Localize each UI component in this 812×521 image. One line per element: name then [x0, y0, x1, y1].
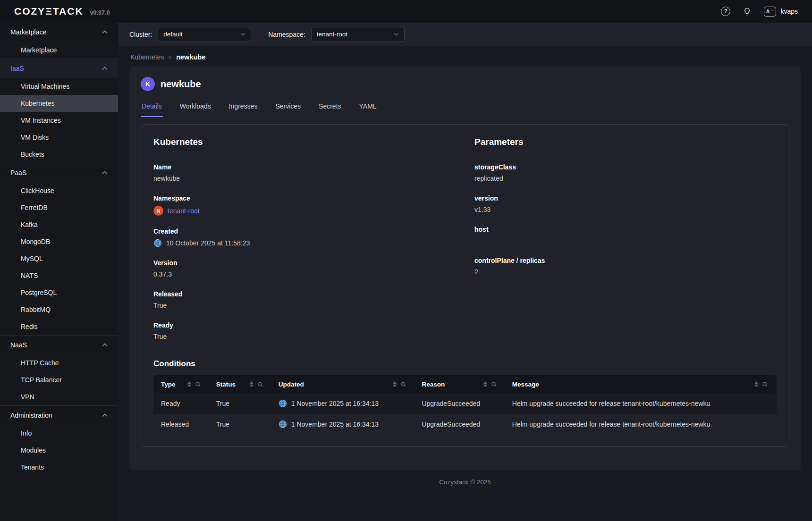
condition-row: Released True 1 November 2025 at 16:34:1…	[153, 414, 777, 435]
lightbulb-icon	[743, 7, 752, 16]
column-header-message[interactable]: Message	[506, 375, 777, 393]
sidebar-section-administration[interactable]: Administration	[0, 406, 118, 425]
chevron-down-icon	[240, 33, 245, 36]
cell-reason: UpgradeSucceeded	[415, 414, 505, 435]
app-logo[interactable]: COZYΞTACK	[14, 6, 84, 17]
namespace-select[interactable]: tenant-root	[311, 27, 405, 42]
divider	[0, 476, 118, 476]
sidebar-item-mongodb[interactable]: MongoDB	[0, 233, 118, 250]
sidebar-item-mysql[interactable]: MySQL	[0, 250, 118, 267]
cluster-select[interactable]: default	[158, 27, 251, 42]
breadcrumb: Kubernetes > newkube	[118, 46, 812, 61]
sidebar-item-rabbitmq[interactable]: RabbitMQ	[0, 301, 118, 318]
field-control-plane-replicas: controlPlane / replicas 2	[474, 257, 777, 276]
sidebar-item-vpn[interactable]: VPN	[0, 388, 118, 405]
sidebar: Marketplace Marketplace IaaS Virtual Mac…	[0, 23, 118, 521]
cell-status: True	[210, 414, 272, 435]
cell-type: Released	[153, 414, 210, 435]
sidebar-item-clickhouse[interactable]: ClickHouse	[0, 182, 118, 199]
sidebar-item-tcp-balancer[interactable]: TCP Balancer	[0, 371, 118, 388]
column-header-updated[interactable]: Updated	[272, 375, 415, 393]
namespace-link[interactable]: tenant-root	[168, 207, 200, 215]
tab-ingresses[interactable]: Ingresses	[228, 99, 259, 117]
sidebar-item-ferretdb[interactable]: FerretDB	[0, 199, 118, 216]
chevron-down-icon	[394, 33, 399, 36]
condition-row: Ready True 1 November 2025 at 16:34:13	[153, 393, 777, 414]
sidebar-item-http-cache[interactable]: HTTP Cache	[0, 354, 118, 371]
resource-avatar: K	[141, 77, 155, 91]
column-header-reason[interactable]: Reason	[415, 375, 505, 393]
conditions-table: Type Status	[153, 375, 777, 435]
resource-card: K newkube Details Workloads Ingresses Se…	[129, 67, 801, 471]
sidebar-item-redis[interactable]: Redis	[0, 318, 118, 335]
chevron-up-icon	[102, 67, 108, 70]
tab-workloads[interactable]: Workloads	[179, 99, 212, 117]
breadcrumb-parent[interactable]: Kubernetes	[130, 53, 164, 61]
cell-updated: 1 November 2025 at 16:34:13	[272, 414, 415, 435]
chevron-up-icon	[102, 30, 108, 34]
sidebar-item-tenants[interactable]: Tenants	[0, 459, 118, 476]
help-button[interactable]: ?	[721, 7, 730, 16]
sidebar-section-paas[interactable]: PaaS	[0, 163, 118, 182]
sidebar-item-vm-disks[interactable]: VM Disks	[0, 129, 118, 146]
tab-yaml[interactable]: YAML	[358, 99, 378, 117]
column-header-status[interactable]: Status	[210, 375, 272, 393]
app-root: COZYΞTACK v0.37.0 ? A kvaps	[0, 0, 812, 521]
sort-icon[interactable]	[393, 381, 397, 387]
tab-services[interactable]: Services	[274, 99, 302, 117]
app-header: COZYΞTACK v0.37.0 ? A kvaps	[0, 0, 812, 23]
sidebar-item-postgresql[interactable]: PostgreSQL	[0, 284, 118, 301]
details-panel: Kubernetes Name newkube Namespace N tena…	[141, 124, 789, 447]
sidebar-section-iaas[interactable]: IaaS	[0, 59, 118, 78]
language-icon: A	[764, 7, 776, 17]
field-released: Released True	[153, 290, 456, 310]
sidebar-item-vm-instances[interactable]: VM Instances	[0, 112, 118, 129]
sidebar-item-buckets[interactable]: Buckets	[0, 146, 118, 163]
section-label: PaaS	[10, 169, 26, 176]
sort-icon[interactable]	[754, 381, 758, 387]
section-label: NaaS	[10, 341, 27, 349]
sidebar-item-nats[interactable]: NATS	[0, 267, 118, 284]
sidebar-item-virtual-machines[interactable]: Virtual Machines	[0, 78, 118, 95]
search-icon[interactable]	[400, 381, 406, 387]
sidebar-item-marketplace[interactable]: Marketplace	[0, 42, 118, 59]
field-ready: Ready True	[153, 321, 456, 341]
sort-icon[interactable]	[187, 381, 191, 387]
column-header-type[interactable]: Type	[153, 375, 210, 393]
breadcrumb-separator: >	[169, 54, 172, 61]
search-icon[interactable]	[195, 381, 201, 387]
sort-icon[interactable]	[483, 381, 487, 387]
sidebar-item-modules[interactable]: Modules	[0, 442, 118, 459]
tab-secrets[interactable]: Secrets	[318, 99, 342, 117]
logo-group: COZYΞTACK v0.37.0	[14, 6, 110, 17]
search-icon[interactable]	[257, 381, 263, 387]
kubernetes-column: Kubernetes Name newkube Namespace N tena…	[153, 137, 456, 353]
footer: Cozystack © 2025	[118, 471, 812, 490]
sort-icon[interactable]	[250, 381, 254, 387]
user-menu[interactable]: A kvaps	[764, 7, 798, 17]
username: kvaps	[780, 8, 798, 15]
chevron-up-icon	[102, 343, 108, 347]
section-label: Administration	[10, 412, 52, 419]
sidebar-section-marketplace[interactable]: Marketplace	[0, 23, 118, 42]
section-label: IaaS	[10, 65, 24, 72]
sidebar-item-info[interactable]: Info	[0, 425, 118, 442]
globe-icon	[279, 399, 287, 408]
breadcrumb-current: newkube	[176, 53, 205, 61]
cell-message: Helm upgrade succeeded for release tenan…	[506, 393, 777, 414]
cell-reason: UpgradeSucceeded	[415, 393, 505, 414]
search-icon[interactable]	[491, 381, 497, 387]
field-storage-class: storageClass replicated	[474, 163, 777, 183]
sidebar-section-naas[interactable]: NaaS	[0, 336, 118, 354]
theme-toggle-button[interactable]	[743, 7, 752, 16]
globe-icon	[153, 239, 162, 247]
parameters-heading: Parameters	[474, 137, 777, 147]
search-icon[interactable]	[762, 381, 768, 387]
tab-details[interactable]: Details	[141, 99, 163, 117]
field-namespace: Namespace N tenant-root	[153, 194, 456, 216]
app-version: v0.37.0	[90, 9, 110, 16]
help-icon: ?	[721, 7, 730, 16]
sidebar-item-kubernetes[interactable]: Kubernetes	[0, 95, 118, 112]
sidebar-item-kafka[interactable]: Kafka	[0, 216, 118, 233]
namespace-label: Namespace:	[268, 31, 305, 38]
